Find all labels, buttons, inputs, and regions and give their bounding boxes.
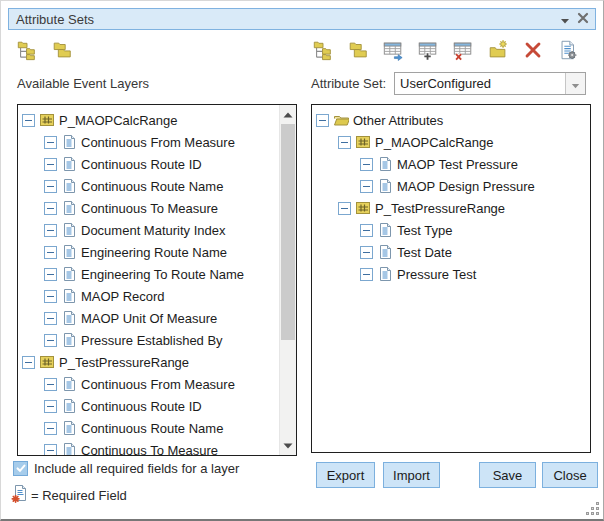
tree-item-label: Continuous Route Name — [81, 421, 223, 436]
scroll-thumb[interactable] — [281, 124, 295, 340]
scroll-down-button[interactable] — [280, 437, 296, 454]
scroll-up-button[interactable] — [280, 106, 296, 123]
collapse-minus-box[interactable] — [44, 180, 57, 193]
tree-item[interactable]: P_TestPressureRange — [18, 351, 279, 373]
import-button[interactable]: Import — [383, 462, 440, 488]
tree-item[interactable]: Continuous From Measure — [18, 131, 279, 153]
folder-browse-button[interactable] — [346, 38, 370, 62]
tree-item[interactable]: Continuous Route ID — [18, 153, 279, 175]
collapse-minus-box[interactable] — [44, 400, 57, 413]
vertical-scrollbar[interactable] — [279, 105, 296, 455]
tree-item-label: Continuous To Measure — [81, 443, 218, 456]
collapse-minus-box[interactable] — [44, 290, 57, 303]
tree-item[interactable]: P_TestPressureRange — [312, 197, 590, 219]
attribute-set-select[interactable]: UserConfigured — [394, 72, 586, 95]
tree-item-label: Continuous From Measure — [81, 135, 235, 150]
tree-item-label: MAOP Test Pressure — [397, 157, 518, 172]
table-add-button[interactable] — [416, 38, 440, 62]
collapse-minus-box[interactable] — [44, 224, 57, 237]
tree-item[interactable]: Test Type — [312, 219, 590, 241]
field-icon — [61, 310, 77, 326]
field-icon — [61, 178, 77, 194]
layer-tree-button[interactable] — [311, 38, 335, 62]
collapse-minus-box[interactable] — [44, 268, 57, 281]
folder-new-button[interactable] — [486, 38, 510, 62]
collapse-minus-box[interactable] — [360, 246, 373, 259]
title-bar: Attribute Sets — [8, 8, 596, 30]
resize-grip[interactable] — [585, 501, 600, 516]
tree-item[interactable]: P_MAOPCalcRange — [312, 131, 590, 153]
tree-item[interactable]: Continuous Route Name — [18, 417, 279, 439]
collapse-minus-box[interactable] — [44, 312, 57, 325]
export-button[interactable]: Export — [316, 462, 375, 488]
tree-folders-icon — [312, 39, 334, 61]
field-icon — [61, 244, 77, 260]
collapse-minus-box[interactable] — [360, 180, 373, 193]
collapse-minus-box[interactable] — [360, 224, 373, 237]
collapse-minus-box[interactable] — [360, 268, 373, 281]
attribute-set-panel: Other AttributesP_MAOPCalcRangeMAOP Test… — [311, 104, 591, 453]
tree-item[interactable]: Continuous To Measure — [18, 197, 279, 219]
save-button[interactable]: Save — [479, 462, 536, 488]
collapse-minus-box[interactable] — [44, 378, 57, 391]
field-icon — [61, 420, 77, 436]
tree-item[interactable]: Continuous Route ID — [18, 395, 279, 417]
tree-item[interactable]: MAOP Design Pressure — [312, 175, 590, 197]
collapse-minus-box[interactable] — [22, 356, 35, 369]
tree-item[interactable]: MAOP Test Pressure — [312, 153, 590, 175]
collapse-minus-box[interactable] — [22, 114, 35, 127]
tree-item-label: Test Date — [397, 245, 452, 260]
tree-item[interactable]: Pressure Established By — [18, 329, 279, 351]
collapse-minus-box[interactable] — [44, 158, 57, 171]
collapse-minus-box[interactable] — [44, 246, 57, 259]
close-dialog-button[interactable]: Close — [542, 462, 598, 488]
collapse-minus-box[interactable] — [338, 202, 351, 215]
folder-icon — [333, 112, 349, 128]
tree-item-label: Pressure Test — [397, 267, 476, 282]
tree-item[interactable]: Document Maturity Index — [18, 219, 279, 241]
doc-settings-button[interactable] — [556, 38, 580, 62]
tree-item[interactable]: Engineering To Route Name — [18, 263, 279, 285]
tree-item-label: Document Maturity Index — [81, 223, 226, 238]
tree-item[interactable]: Other Attributes — [312, 109, 590, 131]
tree-item-label: Pressure Established By — [81, 333, 223, 348]
tree-item[interactable]: Continuous Route Name — [18, 175, 279, 197]
tree-item[interactable]: Continuous From Measure — [18, 373, 279, 395]
tree-item-label: Continuous Route Name — [81, 179, 223, 194]
table-export-button[interactable] — [381, 38, 405, 62]
table-export-icon — [382, 39, 404, 61]
tree-item[interactable]: MAOP Record — [18, 285, 279, 307]
collapse-minus-box[interactable] — [44, 334, 57, 347]
combo-dropdown-button[interactable] — [565, 73, 585, 94]
layer-tree-button[interactable] — [15, 38, 39, 62]
tree-item[interactable]: P_MAOPCalcRange — [18, 109, 279, 131]
table-add-icon — [417, 39, 439, 61]
tree-item[interactable]: Pressure Test — [312, 263, 590, 285]
tree-item[interactable]: MAOP Unit Of Measure — [18, 307, 279, 329]
field-icon — [377, 244, 393, 260]
delete-button[interactable] — [521, 38, 545, 62]
field-icon — [377, 266, 393, 282]
dialog-title: Attribute Sets — [9, 12, 556, 27]
collapse-minus-box[interactable] — [44, 444, 57, 456]
tree-item-label: Test Type — [397, 223, 452, 238]
tree-item-label: Continuous From Measure — [81, 377, 235, 392]
tree-item[interactable]: Engineering Route Name — [18, 241, 279, 263]
layer-icon — [355, 200, 371, 216]
collapse-minus-box[interactable] — [360, 158, 373, 171]
collapse-button[interactable] — [556, 10, 574, 28]
tree-item[interactable]: Test Date — [312, 241, 590, 263]
collapse-minus-box[interactable] — [44, 202, 57, 215]
tree-item[interactable]: Continuous To Measure — [18, 439, 279, 455]
table-remove-button[interactable] — [451, 38, 475, 62]
folder-browse-button[interactable] — [50, 38, 74, 62]
collapse-minus-box[interactable] — [44, 136, 57, 149]
collapse-minus-box[interactable] — [316, 114, 329, 127]
toolbar-left-group — [15, 37, 74, 63]
tree-item-label: P_MAOPCalcRange — [375, 135, 494, 150]
field-icon — [61, 332, 77, 348]
include-required-fields-checkbox[interactable] — [13, 461, 28, 476]
close-button[interactable] — [574, 10, 592, 28]
collapse-minus-box[interactable] — [338, 136, 351, 149]
collapse-minus-box[interactable] — [44, 422, 57, 435]
